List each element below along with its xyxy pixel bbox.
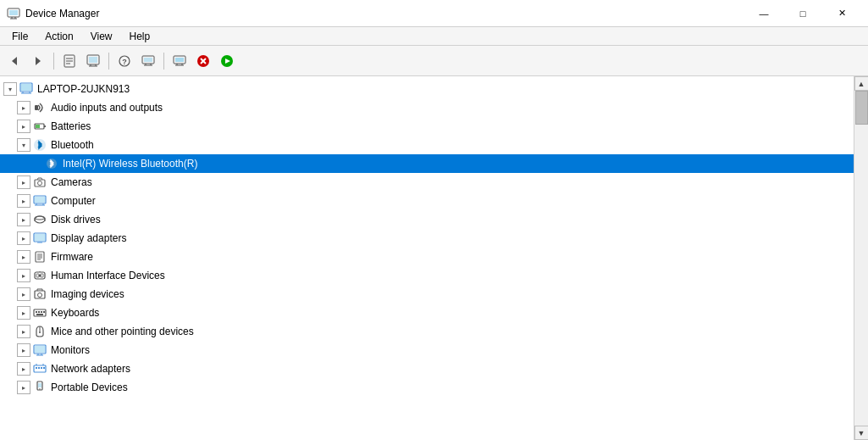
disk-drives-icon: [32, 212, 47, 227]
hid-label: Human Interface Devices: [51, 270, 165, 281]
svg-point-43: [47, 159, 57, 169]
toolbar-sep-3: [163, 53, 164, 70]
svg-point-52: [35, 216, 45, 220]
audio-icon: [32, 100, 47, 115]
menu-action[interactable]: Action: [36, 27, 81, 46]
tree-root-item[interactable]: ▾ LAPTOP-2UJKN913: [0, 80, 854, 98]
properties-button[interactable]: [58, 50, 80, 72]
update-driver-button[interactable]: [82, 50, 104, 72]
svg-rect-72: [38, 311, 40, 313]
bluetooth-expand-btn[interactable]: ▾: [17, 138, 30, 152]
tree-item-network-adapters[interactable]: ▸ Network adapters: [0, 359, 854, 378]
svg-rect-56: [35, 234, 45, 241]
network-adapters-expand-btn[interactable]: ▸: [17, 362, 30, 376]
computer-button[interactable]: [169, 50, 191, 72]
firmware-label: Firmware: [51, 251, 93, 263]
svg-rect-47: [35, 197, 45, 203]
svg-rect-12: [89, 57, 97, 63]
display-adapters-expand-btn[interactable]: ▸: [17, 231, 30, 245]
keyboards-expand-btn[interactable]: ▸: [17, 306, 30, 320]
menu-view[interactable]: View: [82, 27, 121, 46]
main-content: ▾ LAPTOP-2UJKN913 ▸: [0, 76, 868, 440]
svg-rect-74: [43, 311, 45, 313]
mice-icon: [32, 324, 47, 339]
mice-expand-btn[interactable]: ▸: [17, 325, 30, 338]
toolbar: ?: [0, 46, 868, 76]
root-expand-btn[interactable]: ▾: [3, 82, 17, 96]
audio-label: Audio inputs and outputs: [51, 102, 163, 114]
scan-button[interactable]: [137, 50, 159, 72]
tree-item-disk-drives[interactable]: ▸ Disk drives: [0, 210, 854, 229]
computer-expand-btn[interactable]: ▸: [17, 194, 30, 208]
uninstall-button[interactable]: [192, 50, 214, 72]
uninstall-icon: [196, 54, 210, 68]
cameras-expand-btn[interactable]: ▸: [17, 175, 30, 189]
batteries-icon: [32, 119, 47, 134]
svg-rect-73: [41, 311, 42, 313]
maximize-button[interactable]: □: [783, 0, 822, 27]
audio-expand-btn[interactable]: ▸: [17, 101, 30, 114]
firmware-expand-btn[interactable]: ▸: [17, 250, 30, 264]
tree-item-display-adapters[interactable]: ▸ Display adapters: [0, 229, 854, 248]
network-adapters-icon: [32, 361, 47, 376]
svg-rect-79: [35, 346, 45, 353]
tree-item-audio[interactable]: ▸ Audio inputs and outputs: [0, 98, 854, 117]
scroll-up-button[interactable]: ▲: [854, 76, 869, 91]
tree-item-keyboards[interactable]: ▸ Keyboards: [0, 304, 854, 322]
svg-rect-38: [35, 105, 38, 110]
hid-expand-btn[interactable]: ▸: [17, 269, 30, 282]
svg-marker-5: [12, 57, 17, 65]
menubar: File Action View Help: [0, 27, 868, 46]
device-tree[interactable]: ▾ LAPTOP-2UJKN913 ▸: [0, 76, 854, 440]
imaging-label: Imaging devices: [51, 288, 124, 300]
batteries-expand-btn[interactable]: ▸: [17, 120, 30, 133]
minimize-button[interactable]: —: [744, 0, 783, 27]
tree-item-bluetooth[interactable]: ▾ Bluetooth: [0, 136, 854, 154]
tree-item-batteries[interactable]: ▸ Batteries: [0, 117, 854, 136]
menu-help[interactable]: Help: [121, 27, 159, 46]
svg-point-69: [38, 293, 42, 298]
menu-file[interactable]: File: [3, 27, 36, 46]
firmware-icon: [32, 249, 47, 265]
window-controls: — □ ✕: [744, 0, 861, 27]
svg-rect-34: [21, 84, 31, 91]
tree-item-bluetooth-intel[interactable]: Intel(R) Wireless Bluetooth(R): [0, 154, 854, 173]
tree-item-computer[interactable]: ▸ Computer: [0, 192, 854, 210]
svg-rect-58: [36, 252, 44, 262]
svg-rect-86: [41, 367, 42, 369]
svg-marker-6: [36, 57, 41, 65]
svg-point-91: [39, 388, 41, 390]
back-icon: [8, 55, 20, 67]
close-button[interactable]: ✕: [822, 0, 861, 27]
root-label: LAPTOP-2UJKN913: [37, 83, 130, 95]
back-button[interactable]: [3, 50, 25, 72]
cameras-icon: [32, 175, 47, 190]
tree-item-firmware[interactable]: ▸ Firmware: [0, 248, 854, 266]
svg-rect-41: [44, 125, 46, 127]
tree-item-cameras[interactable]: ▸ Cameras: [0, 173, 854, 192]
keyboards-label: Keyboards: [51, 307, 99, 319]
scroll-thumb[interactable]: [855, 91, 868, 125]
help-icon: ?: [118, 54, 131, 68]
monitors-expand-btn[interactable]: ▸: [17, 343, 30, 357]
disk-drives-expand-btn[interactable]: ▸: [17, 213, 30, 226]
scroll-track[interactable]: [854, 91, 869, 426]
imaging-expand-btn[interactable]: ▸: [17, 287, 30, 301]
forward-button[interactable]: [27, 50, 49, 72]
scrollbar[interactable]: ▲ ▼: [854, 76, 868, 440]
portable-devices-expand-btn[interactable]: ▸: [17, 381, 30, 394]
tree-item-monitors[interactable]: ▸ Monitors: [0, 341, 854, 359]
scroll-down-button[interactable]: ▼: [854, 426, 869, 440]
svg-rect-92: [38, 383, 41, 387]
properties-icon: [63, 54, 76, 68]
enable-button[interactable]: [216, 50, 238, 72]
tree-item-portable-devices[interactable]: ▸ Portable Devices: [0, 378, 854, 397]
tree-item-imaging[interactable]: ▸ Imaging devices: [0, 285, 854, 304]
keyboards-icon: [32, 305, 47, 320]
portable-devices-icon: [32, 380, 47, 395]
tree-item-hid[interactable]: ▸ Human Interface Devices: [0, 266, 854, 285]
svg-rect-57: [37, 242, 42, 243]
forward-icon: [32, 55, 44, 67]
tree-item-mice[interactable]: ▸ Mice and other pointing devices: [0, 322, 854, 341]
help-button[interactable]: ?: [113, 50, 135, 72]
